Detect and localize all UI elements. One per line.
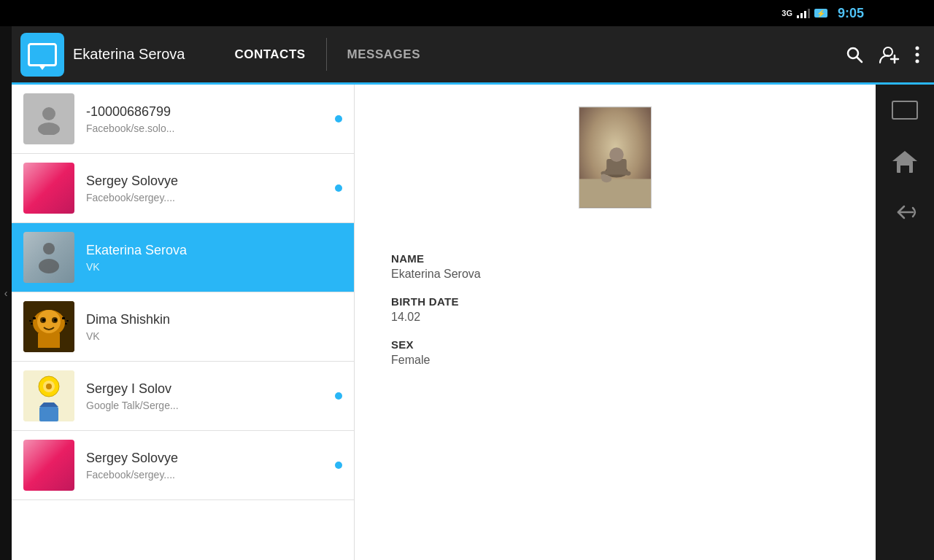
left-chevron-icon: ‹ xyxy=(4,287,8,299)
nav-tabs: CONTACTS MESSAGES xyxy=(214,26,441,82)
contact-info: Dima Shishkin VK xyxy=(86,312,342,342)
back-button[interactable] xyxy=(890,201,919,223)
contact-info: Sergey Solovye Facebook/sergey.... xyxy=(86,451,329,481)
avatar xyxy=(23,440,74,491)
detail-photo xyxy=(579,106,652,209)
time-display: 9:05 xyxy=(838,6,864,21)
svg-point-7 xyxy=(916,59,919,63)
contact-name: Dima Shishkin xyxy=(86,312,254,327)
avatar xyxy=(23,370,74,421)
svg-point-30 xyxy=(46,384,52,389)
signal-bars xyxy=(797,8,810,18)
detail-photo-area xyxy=(355,85,876,223)
top-bar-actions xyxy=(845,45,934,64)
svg-rect-20 xyxy=(65,323,67,324)
search-button[interactable] xyxy=(845,45,864,64)
svg-rect-15 xyxy=(33,317,36,319)
contact-sub: Facebook/se.solo... xyxy=(86,122,254,134)
svg-rect-19 xyxy=(31,323,33,324)
recent-apps-icon xyxy=(892,101,918,120)
contact-dot xyxy=(335,184,342,192)
contact-name: Sergey Solovye xyxy=(86,451,254,466)
contact-info: Sergey I Solov Google Talk/Serge... xyxy=(86,381,329,411)
back-icon xyxy=(891,203,919,221)
detail-fields: NAME Ekaterina Serova BIRTH DATE 14.02 S… xyxy=(355,223,876,387)
detail-panel: NAME Ekaterina Serova BIRTH DATE 14.02 S… xyxy=(355,85,876,560)
top-bar: Ekaterina Serova CONTACTS MESSAGES xyxy=(12,26,934,85)
contact-name: Ekaterina Serova xyxy=(86,243,254,258)
contact-name: -10000686799 xyxy=(86,104,254,120)
more-options-button[interactable] xyxy=(915,45,919,64)
svg-point-5 xyxy=(916,46,919,50)
svg-point-24 xyxy=(54,319,57,322)
signal-bar-3 xyxy=(804,11,806,18)
app-title: Ekaterina Serova xyxy=(73,46,185,63)
contact-sub: Google Talk/Serge... xyxy=(86,400,254,411)
tab-contacts[interactable]: CONTACTS xyxy=(214,26,325,85)
avatar xyxy=(23,163,74,214)
svg-point-6 xyxy=(916,52,919,56)
status-bar: 3G ⚡ 9:05 xyxy=(0,0,876,26)
field-value-sex: Female xyxy=(391,354,839,367)
avatar xyxy=(23,301,74,352)
contact-list: -10000686799 Facebook/se.solo... Sergey … xyxy=(12,85,355,560)
field-label-sex: SEX xyxy=(391,338,839,351)
contact-item[interactable]: Sergey Solovye Facebook/sergey.... xyxy=(12,431,354,500)
content-area: -10000686799 Facebook/se.solo... Sergey … xyxy=(12,85,876,560)
contact-item-active[interactable]: Ekaterina Serova VK xyxy=(12,223,354,292)
svg-point-9 xyxy=(38,122,60,135)
svg-rect-17 xyxy=(29,320,31,322)
left-back-panel[interactable]: ‹ xyxy=(0,26,12,560)
avatar xyxy=(23,232,74,283)
app-logo-inner xyxy=(28,43,57,66)
signal-type: 3G xyxy=(781,9,792,18)
svg-rect-18 xyxy=(66,320,69,322)
contact-info: -10000686799 Facebook/se.solo... xyxy=(86,104,329,134)
home-icon xyxy=(891,149,919,173)
contact-item[interactable]: -10000686799 Facebook/se.solo... xyxy=(12,85,354,154)
signal-bar-4 xyxy=(808,9,810,18)
svg-line-1 xyxy=(857,57,862,62)
svg-rect-29 xyxy=(39,407,58,421)
contact-dot xyxy=(335,115,342,122)
add-contact-button[interactable] xyxy=(879,45,900,64)
svg-rect-33 xyxy=(579,179,651,207)
field-value-name: Ekaterina Serova xyxy=(391,268,839,281)
contact-item[interactable]: Sergey I Solov Google Talk/Serge... xyxy=(12,362,354,431)
contact-sub: Facebook/sergey.... xyxy=(86,192,254,203)
field-label-birthdate: BIRTH DATE xyxy=(391,295,839,308)
signal-bar-2 xyxy=(800,13,803,18)
svg-rect-25 xyxy=(38,333,60,348)
svg-point-11 xyxy=(39,259,59,273)
field-value-birthdate: 14.02 xyxy=(391,311,839,324)
svg-rect-16 xyxy=(62,317,65,319)
signal-bar-1 xyxy=(797,15,799,18)
contact-dot xyxy=(335,392,342,400)
svg-rect-43 xyxy=(900,166,909,173)
svg-point-23 xyxy=(42,319,45,322)
contact-item[interactable]: Dima Shishkin VK xyxy=(12,292,354,362)
home-button[interactable] xyxy=(890,150,919,172)
svg-marker-41 xyxy=(892,151,917,161)
contact-sub: Facebook/sergey.... xyxy=(86,469,254,481)
svg-point-8 xyxy=(42,107,55,120)
recent-apps-button[interactable] xyxy=(890,99,919,121)
right-nav xyxy=(876,85,934,560)
svg-point-10 xyxy=(43,243,55,254)
tab-messages[interactable]: MESSAGES xyxy=(327,26,441,82)
field-label-name: NAME xyxy=(391,252,839,265)
contact-sub: VK xyxy=(86,330,254,342)
contact-name: Sergey Solovye xyxy=(86,174,254,189)
svg-point-40 xyxy=(601,174,606,180)
app-logo xyxy=(20,33,64,77)
contact-name: Sergey I Solov xyxy=(86,381,254,397)
svg-point-36 xyxy=(609,147,624,162)
contact-sub: VK xyxy=(86,261,254,273)
avatar xyxy=(23,93,74,144)
contact-item[interactable]: Sergey Solovye Facebook/sergey.... xyxy=(12,154,354,223)
contact-info: Sergey Solovye Facebook/sergey.... xyxy=(86,174,329,203)
contact-dot xyxy=(335,462,342,469)
battery-icon: ⚡ xyxy=(814,9,827,18)
contact-info: Ekaterina Serova VK xyxy=(86,243,342,273)
